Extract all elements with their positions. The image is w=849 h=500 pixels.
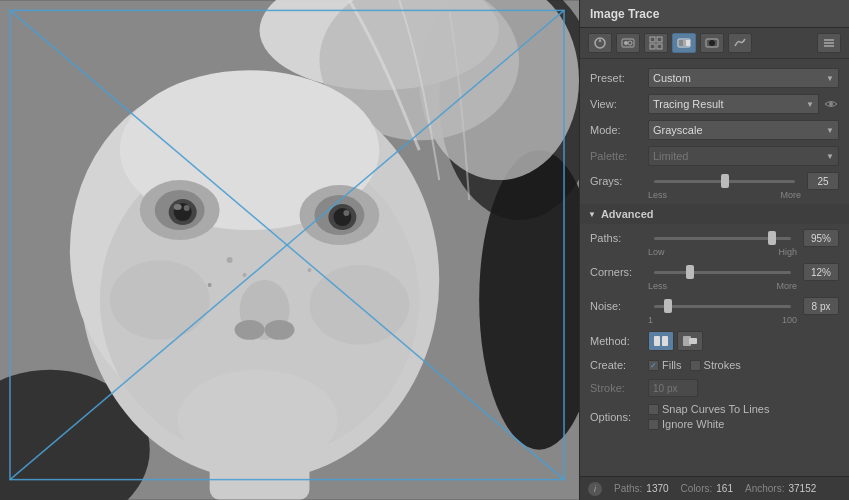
ignore-white-option: Ignore White [648,418,724,430]
svg-point-29 [243,273,247,277]
fills-checkbox[interactable] [648,360,659,371]
grayscale-icon-btn[interactable] [672,33,696,53]
svg-rect-40 [650,37,655,42]
high-color-icon-btn[interactable] [616,33,640,53]
corners-header: Corners: 12% [590,263,839,281]
grays-label: Grays: [590,175,648,187]
noise-range-labels: 1 100 [590,315,839,325]
svg-point-20 [333,208,351,226]
panel-menu-icon-btn[interactable] [817,33,841,53]
grays-slider[interactable] [654,180,795,183]
preset-dropdown[interactable]: Custom ▼ [648,68,839,88]
noise-row: Noise: 8 px 1 100 [580,294,849,328]
line-art-icon-btn[interactable] [728,33,752,53]
options-label: Options: [590,411,648,423]
anchors-status-label: Anchors: [745,483,784,494]
view-content: Tracing Result ▼ [648,94,839,114]
noise-header: Noise: 8 px [590,297,839,315]
strokes-checkbox[interactable] [690,360,701,371]
paths-value[interactable]: 95% [803,229,839,247]
paths-status-value: 1370 [646,483,668,494]
noise-max: 100 [782,315,797,325]
ignore-white-label: Ignore White [662,418,724,430]
view-arrow: ▼ [806,100,814,109]
panel-status-bar: i Paths: 1370 Colors: 161 Anchors: 37152 [580,476,849,500]
colors-status-value: 161 [716,483,733,494]
method-abutting-btn[interactable] [648,331,674,351]
create-content: Fills Strokes [648,359,839,371]
panel-title-bar: Image Trace [580,0,849,28]
preset-row: Preset: Custom ▼ [580,65,849,91]
method-row: Method: [580,328,849,354]
options-row: Options: Snap Curves To Lines Ignore Whi… [580,400,849,433]
paths-label: Paths: [590,232,648,244]
view-row: View: Tracing Result ▼ [580,91,849,117]
ignore-white-checkbox[interactable] [648,419,659,430]
view-dropdown[interactable]: Tracing Result ▼ [648,94,819,114]
paths-header: Paths: 95% [590,229,839,247]
svg-rect-43 [657,44,662,49]
mode-content: Grayscale ▼ [648,120,839,140]
view-label: View: [590,98,648,110]
corners-range-labels: Less More [590,281,839,291]
canvas-area [0,0,579,500]
svg-point-25 [110,260,210,340]
anchors-status-value: 37152 [788,483,816,494]
grays-header: Grays: 25 [590,172,839,190]
paths-range-labels: Low High [590,247,839,257]
grays-value[interactable]: 25 [807,172,839,190]
svg-rect-32 [210,440,310,500]
view-value: Tracing Result [653,98,806,110]
create-label: Create: [590,359,648,371]
stroke-value: 10 px [653,383,677,394]
palette-row: Palette: Limited ▼ [580,143,849,169]
paths-slider[interactable] [654,237,791,240]
preset-value: Custom [653,72,826,84]
snap-curves-option: Snap Curves To Lines [648,403,769,415]
grays-min: Less [648,190,667,200]
svg-rect-58 [689,338,697,344]
svg-rect-47 [686,40,690,46]
eye-icon[interactable] [823,96,839,112]
svg-rect-42 [650,44,655,49]
mode-dropdown[interactable]: Grayscale ▼ [648,120,839,140]
silhouette-icon-btn[interactable] [700,33,724,53]
canvas-image [0,0,579,500]
palette-dropdown: Limited ▼ [648,146,839,166]
noise-min: 1 [648,315,653,325]
auto-color-icon-btn[interactable] [588,33,612,53]
stroke-row: Stroke: 10 px [580,376,849,400]
low-color-icon-btn[interactable] [644,33,668,53]
panel-content: Preset: Custom ▼ View: Tracing Result ▼ [580,59,849,476]
create-row: Create: Fills Strokes [580,354,849,376]
palette-content: Limited ▼ [648,146,839,166]
corners-slider[interactable] [654,271,791,274]
corners-label: Corners: [590,266,648,278]
noise-slider[interactable] [654,305,791,308]
preset-arrow: ▼ [826,74,834,83]
method-label: Method: [590,335,648,347]
svg-point-16 [174,204,182,210]
snap-curves-checkbox[interactable] [648,404,659,415]
panel-title: Image Trace [590,7,659,21]
svg-point-50 [709,40,715,46]
mode-row: Mode: Grayscale ▼ [580,117,849,143]
noise-value[interactable]: 8 px [803,297,839,315]
method-overlapping-btn[interactable] [677,331,703,351]
strokes-option: Strokes [690,359,741,371]
svg-point-28 [227,257,233,263]
fills-label: Fills [662,359,682,371]
svg-rect-55 [654,336,660,346]
info-icon[interactable]: i [588,482,602,496]
advanced-section-header[interactable]: ▼ Advanced [580,204,849,224]
paths-row: Paths: 95% Low High [580,226,849,260]
method-buttons [648,331,703,351]
svg-rect-46 [683,40,686,46]
svg-rect-56 [662,336,668,346]
grays-max: More [780,190,801,200]
paths-status-label: Paths: [614,483,642,494]
palette-value: Limited [653,150,826,162]
right-panel: Image Trace [579,0,849,500]
section-triangle: ▼ [588,210,596,219]
corners-value[interactable]: 12% [803,263,839,281]
